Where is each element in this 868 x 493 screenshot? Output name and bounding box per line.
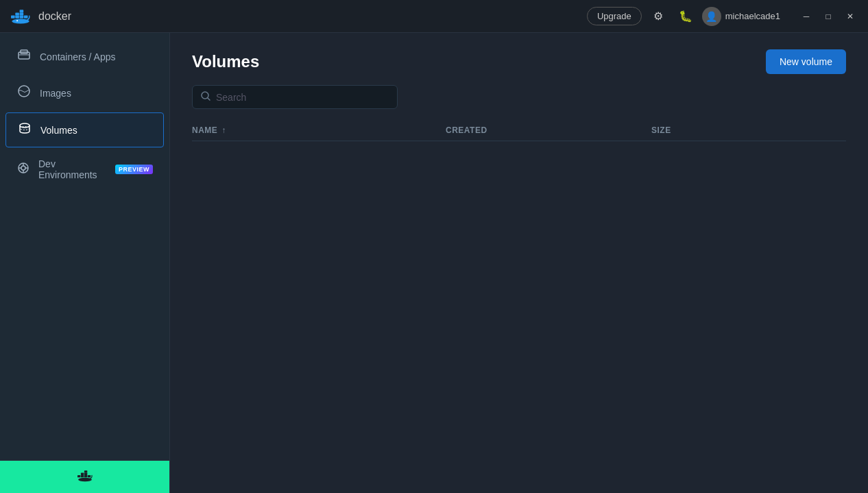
svg-rect-6 [20,10,24,12]
content-header: Volumes New volume [170,33,868,85]
column-name[interactable]: NAME ↑ [192,125,446,135]
svg-rect-2 [15,15,19,18]
sidebar-item-images[interactable]: Images [5,76,164,110]
svg-rect-23 [84,472,86,474]
svg-rect-25 [87,474,90,477]
upgrade-button[interactable]: Upgrade [587,7,642,25]
close-icon: ✕ [847,12,854,21]
table-header: NAME ↑ CREATED SIZE [192,120,846,141]
sidebar-item-dev-environments[interactable]: Dev Environments PREVIEW [5,150,164,189]
titlebar-right: Upgrade ⚙ 🐛 👤 michaelcade1 ─ □ ✕ [587,5,860,27]
svg-point-15 [21,166,25,170]
svg-rect-5 [24,15,28,18]
column-created-label: CREATED [446,125,487,135]
column-created: CREATED [446,125,651,135]
column-size: SIZE [651,125,846,135]
page-title: Volumes [192,52,259,71]
preview-badge: PREVIEW [115,165,153,174]
svg-point-27 [78,477,92,481]
app-body: Containers / Apps Images Volumes [0,33,868,493]
dev-environments-label: Dev Environments [38,158,107,180]
sidebar-item-containers[interactable]: Containers / Apps [5,40,164,73]
sort-ascending-icon: ↑ [221,125,226,135]
bug-icon: 🐛 [679,10,692,23]
containers-icon [16,48,32,65]
volumes-label: Volumes [40,125,77,136]
svg-rect-0 [11,15,15,18]
bug-report-button[interactable]: 🐛 [675,5,697,27]
maximize-button[interactable]: □ [819,7,838,26]
volumes-icon [17,121,32,139]
minimize-icon: ─ [804,12,810,21]
dev-environments-icon [16,161,30,178]
svg-rect-26 [84,470,86,472]
svg-rect-20 [77,474,80,477]
user-menu-button[interactable]: 👤 michaelcade1 [702,7,780,26]
window-controls: ─ □ ✕ [797,7,860,26]
minimize-button[interactable]: ─ [797,7,816,26]
volumes-table: NAME ↑ CREATED SIZE [170,120,868,493]
docker-bottom-icon [75,468,95,486]
search-icon [201,91,210,103]
sidebar-bottom [0,460,169,493]
svg-rect-21 [80,472,83,474]
docker-whale-icon [8,7,33,26]
search-container [170,85,868,120]
images-label: Images [40,88,71,99]
column-size-label: SIZE [651,125,671,135]
titlebar-left: docker [8,7,71,26]
settings-button[interactable]: ⚙ [647,5,669,27]
svg-rect-24 [84,474,86,477]
close-button[interactable]: ✕ [841,7,860,26]
user-icon: 👤 [706,11,717,22]
svg-rect-22 [80,474,83,477]
new-volume-button[interactable]: New volume [766,49,846,74]
username-label: michaelcade1 [725,11,780,21]
column-name-label: NAME [192,125,217,135]
search-input[interactable] [216,92,389,103]
sidebar: Containers / Apps Images Volumes [0,33,170,493]
svg-rect-1 [15,12,19,15]
containers-label: Containers / Apps [40,51,116,62]
gear-icon: ⚙ [653,10,663,23]
avatar: 👤 [702,7,721,26]
titlebar: docker Upgrade ⚙ 🐛 👤 michaelcade1 ─ □ ✕ [0,0,868,33]
main-content: Volumes New volume NAME ↑ [170,33,868,493]
images-icon [16,84,32,101]
svg-line-29 [208,98,210,101]
svg-rect-4 [20,15,24,18]
search-box [192,85,398,109]
svg-point-8 [16,20,18,21]
maximize-icon: □ [825,12,830,21]
docker-wordmark: docker [38,10,71,23]
docker-logo: docker [8,7,71,26]
svg-point-7 [12,19,29,23]
sidebar-item-volumes[interactable]: Volumes [5,112,164,147]
svg-rect-3 [20,12,24,15]
